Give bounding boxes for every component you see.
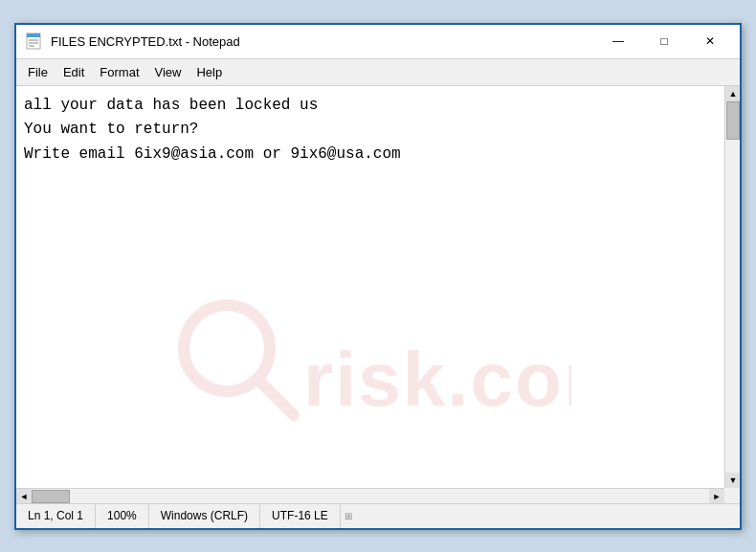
cursor-position: Ln 1, Col 1 xyxy=(24,504,96,528)
resize-grip-icon: ⊞ xyxy=(345,511,352,521)
scroll-track-horizontal[interactable] xyxy=(32,489,709,503)
scroll-left-button[interactable]: ◄ xyxy=(16,489,32,504)
line-ending: Windows (CRLF) xyxy=(149,504,260,528)
scroll-up-button[interactable]: ▲ xyxy=(725,86,740,101)
svg-rect-1 xyxy=(27,33,40,37)
menu-file[interactable]: File xyxy=(20,61,56,83)
horizontal-scrollbar[interactable]: ◄ ► xyxy=(16,488,724,503)
scroll-right-button[interactable]: ► xyxy=(709,489,724,504)
text-content[interactable]: all your data has been locked us You wan… xyxy=(16,86,724,488)
window-controls: — □ ✕ xyxy=(596,26,732,56)
app-icon xyxy=(24,32,43,51)
scroll-thumb-horizontal[interactable] xyxy=(32,490,70,503)
encoding: UTF-16 LE xyxy=(260,504,341,528)
scroll-down-button[interactable]: ▼ xyxy=(725,473,740,488)
title-bar: FILES ENCRYPTED.txt - Notepad — □ ✕ xyxy=(16,25,740,59)
scroll-track-vertical[interactable] xyxy=(725,101,740,473)
menu-help[interactable]: Help xyxy=(189,61,230,83)
horizontal-scrollbar-row: ◄ ► xyxy=(16,488,740,503)
menu-bar: File Edit Format View Help xyxy=(16,59,740,86)
menu-format[interactable]: Format xyxy=(92,61,146,83)
menu-view[interactable]: View xyxy=(147,61,189,83)
window-title: FILES ENCRYPTED.txt - Notepad xyxy=(51,34,596,49)
scroll-thumb-vertical[interactable] xyxy=(726,101,740,140)
status-bar: Ln 1, Col 1 100% Windows (CRLF) UTF-16 L… xyxy=(16,503,740,528)
vertical-scrollbar[interactable]: ▲ ▼ xyxy=(724,86,740,488)
editor-area: all your data has been locked us You wan… xyxy=(16,86,740,488)
scroll-corner xyxy=(724,488,740,503)
maximize-button[interactable]: □ xyxy=(642,26,686,56)
menu-edit[interactable]: Edit xyxy=(56,61,92,83)
notepad-window: FILES ENCRYPTED.txt - Notepad — □ ✕ File… xyxy=(14,23,742,530)
close-button[interactable]: ✕ xyxy=(688,26,732,56)
zoom-level: 100% xyxy=(96,504,149,528)
minimize-button[interactable]: — xyxy=(596,26,640,56)
